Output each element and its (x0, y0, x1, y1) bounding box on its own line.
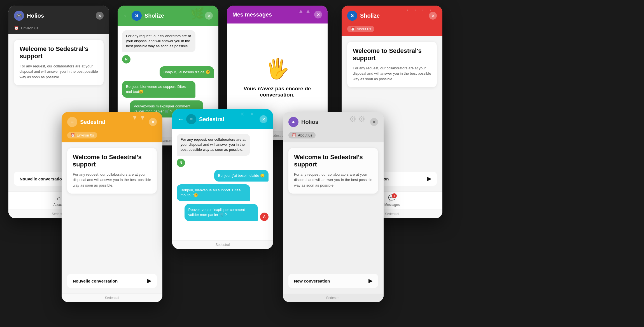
home-icon: ⌂ (57, 194, 60, 202)
clock-icon: ⏰ (351, 27, 355, 31)
nav-messages[interactable]: 💬 4 Messages (384, 194, 400, 207)
welcome-desc: For any request, our collaborators are a… (20, 63, 98, 80)
welcome-desc-orange: For any request, our collaborators are a… (73, 172, 151, 188)
widget-holios-gray: ● Holios ⚙⚙ ✕ ⏰ About 0s Welcome to Sede… (283, 112, 384, 302)
new-conversation-button-orange[interactable]: Nouvelle conversation ▶ (67, 274, 157, 288)
user-message-2-teal: Pouvez-vous m'expliquer comment valider … (185, 204, 258, 221)
time-label-orange: Environ 0s (77, 133, 94, 137)
agent-msg-3: Bonjour, bienvenue au support. Dites-moi… (122, 81, 214, 98)
agent-message-teal: For any request, our collaborators are a… (177, 134, 250, 156)
footer-orange: Sedestral (62, 293, 162, 302)
agent-avatar-row-teal: N (177, 159, 269, 167)
close-button[interactable]: ✕ (429, 12, 437, 20)
back-button-teal[interactable]: ← (178, 116, 184, 123)
clock-icon-gray: ⏰ (292, 133, 296, 137)
welcome-card-gray: Welcome to Sedestral's support For any r… (288, 148, 378, 194)
chat-body-teal: For any request, our collaborators are a… (172, 129, 273, 240)
new-conv-label-gray: New conversation (294, 279, 330, 283)
time-pill-gray: ⏰ About 0s (288, 132, 316, 138)
arrow-icon-orange: ▶ (147, 278, 151, 284)
scene: 🎮 Holios ✕ ⏰ Environ 0s Welcome to Sedes… (0, 0, 644, 327)
close-button[interactable]: ✕ (96, 12, 104, 20)
welcome-title-orange: Welcome to Sedestral's support (73, 154, 151, 168)
time-label-red: About 0s (357, 27, 371, 31)
clock-icon-orange: ⏰ (71, 133, 75, 137)
footer-gray: Sedestral (283, 293, 384, 302)
time-label: Environ 0s (21, 26, 38, 30)
empty-state-text: Vous n'avez pas encore de conversation. (232, 86, 322, 98)
messages-badge: 4 (392, 193, 397, 198)
arrow-icon-gray: ▶ (368, 278, 372, 284)
app-icon-holios-gray: ● (288, 117, 298, 127)
app-icon-sholize-red: S (347, 11, 357, 21)
new-conv-label: Nouvelle conversation (20, 177, 64, 181)
user-msg-4-teal: Pouvez-vous m'expliquer comment valider … (177, 204, 269, 221)
app-icon-sedestral-teal: ≡ (186, 114, 196, 124)
agent-avatar-row: N (122, 55, 214, 63)
time-pill-orange: ⏰ Environ 0s (67, 132, 97, 138)
welcome-desc-red: For any request, our collaborators are a… (353, 65, 431, 82)
welcome-card-red: Welcome to Sedestral's support For any r… (347, 42, 437, 87)
footer-label: Sedestral (385, 212, 399, 216)
footer-label-teal: Sedestral (216, 243, 230, 247)
app-icon-holios: 🎮 (14, 11, 24, 21)
user-message-teal: Bonjour, j'ai besoin d'aide 🙂 (214, 170, 269, 182)
user-msg-2-teal: Bonjour, j'ai besoin d'aide 🙂 (177, 170, 269, 182)
close-button-teal[interactable]: ✕ (260, 115, 267, 123)
user-message: Bonjour, j'ai besoin d'aide 🙂 (160, 66, 214, 78)
user-avatar-teal: A (260, 213, 269, 221)
new-conversation-button-gray[interactable]: New conversation ▶ (288, 274, 378, 288)
agent-message: For any request, our collaborators are a… (122, 30, 195, 52)
welcome-card-orange: Welcome to Sedestral's support For any r… (67, 148, 157, 194)
app-title-holios: Holios (27, 13, 96, 19)
agent-response: Bonjour, bienvenue au support. Dites-moi… (122, 81, 195, 98)
time-label-gray: About 0s (298, 133, 312, 137)
agent-msg-3-teal: Bonjour, bienvenue au support. Dites-moi… (177, 184, 269, 201)
welcome-title: Welcome to Sedestral's support (20, 45, 98, 60)
arrow-icon-red: ▶ (427, 176, 431, 182)
back-button[interactable]: ← (123, 12, 129, 19)
close-button-gray[interactable]: ✕ (370, 118, 378, 126)
close-button[interactable]: ✕ (314, 11, 322, 18)
welcome-title-gray: Welcome to Sedestral's support (294, 154, 372, 168)
agent-response-teal: Bonjour, bienvenue au support. Dites-moi… (177, 184, 250, 201)
footer-teal: Sedestral (172, 240, 273, 249)
agent-msg-1: For any request, our collaborators are a… (122, 30, 214, 52)
user-msg-2: Bonjour, j'ai besoin d'aide 🙂 (122, 66, 214, 78)
welcome-card: Welcome to Sedestral's support For any r… (14, 40, 104, 85)
app-title-sholize-red: Sholize (360, 13, 429, 19)
footer-label-orange: Sedestral (105, 296, 119, 300)
welcome-title-red: Welcome to Sedestral's support (353, 47, 431, 62)
agent-avatar: N (122, 55, 130, 63)
agent-msg-row-teal: For any request, our collaborators are a… (177, 134, 269, 156)
widget-sedestral-orange: ▼ ▼ ≡ Sedestral ✕ ⏰ Environ 0s Welcome t… (62, 112, 162, 302)
close-button[interactable]: ✕ (205, 12, 213, 20)
welcome-desc-gray: For any request, our collaborators are a… (294, 172, 372, 188)
agent-avatar-teal: N (177, 159, 185, 167)
messages-label: Messages (384, 203, 400, 207)
time-pill: ⏰ About 0s (347, 26, 374, 32)
app-icon-sholize: S (132, 11, 142, 21)
close-button-orange[interactable]: ✕ (149, 118, 157, 126)
widget-sedestral-teal: × × ← ≡ Sedestral ✕ For any request, our… (172, 109, 273, 249)
footer-label-gray: Sedestral (326, 296, 340, 300)
empty-emoji: 🖐️ (265, 57, 290, 80)
new-conv-label-orange: Nouvelle conversation (73, 279, 118, 283)
app-icon-sedestral: ≡ (67, 117, 77, 127)
